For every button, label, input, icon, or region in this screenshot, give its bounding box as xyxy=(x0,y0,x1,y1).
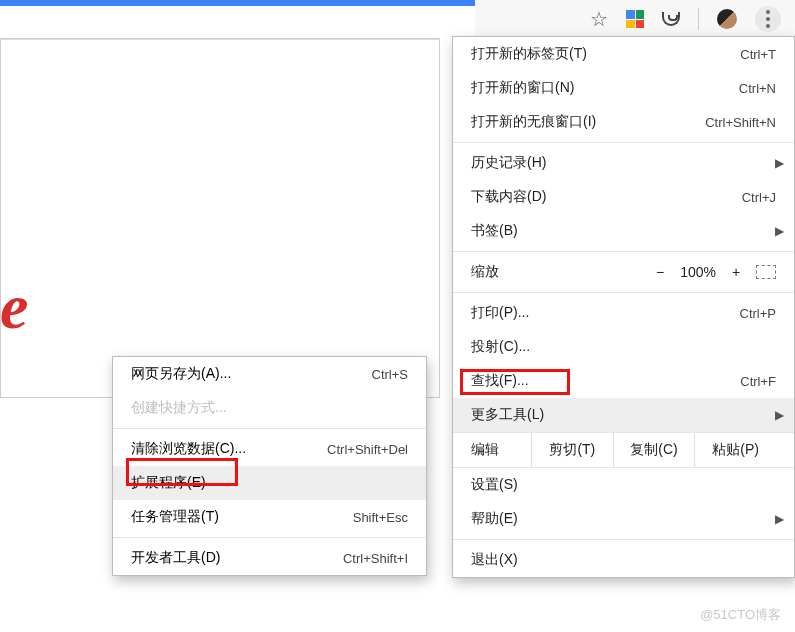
menu-more-tools[interactable]: 更多工具(L)▶ xyxy=(453,398,794,432)
edit-copy-button[interactable]: 复制(C) xyxy=(613,433,695,467)
menu-history[interactable]: 历史记录(H)▶ xyxy=(453,146,794,180)
fullscreen-icon[interactable] xyxy=(756,265,776,279)
menu-settings[interactable]: 设置(S) xyxy=(453,468,794,502)
chevron-right-icon: ▶ xyxy=(775,512,784,526)
menu-incognito[interactable]: 打开新的无痕窗口(I)Ctrl+Shift+N xyxy=(453,105,794,139)
menu-bookmarks[interactable]: 书签(B)▶ xyxy=(453,214,794,248)
extension-icon-colorgrid[interactable] xyxy=(626,10,644,28)
kebab-menu-icon[interactable] xyxy=(755,6,781,32)
submenu-clear-data[interactable]: 清除浏览数据(C)...Ctrl+Shift+Del xyxy=(113,432,426,466)
page-logo-fragment: e xyxy=(0,270,28,344)
browser-toolbar: ☆ xyxy=(475,0,795,38)
menu-zoom-row: 缩放 − 100% + xyxy=(453,255,794,289)
menu-separator xyxy=(453,539,794,540)
chevron-right-icon: ▶ xyxy=(775,156,784,170)
toolbar-divider xyxy=(698,8,699,30)
menu-separator xyxy=(113,428,426,429)
active-tab-indicator xyxy=(0,0,520,6)
edit-paste-button[interactable]: 粘贴(P) xyxy=(694,433,776,467)
more-tools-submenu: 网页另存为(A)...Ctrl+S 创建快捷方式... 清除浏览数据(C)...… xyxy=(112,356,427,576)
pocket-icon[interactable] xyxy=(662,12,680,26)
menu-new-window[interactable]: 打开新的窗口(N)Ctrl+N xyxy=(453,71,794,105)
menu-find[interactable]: 查找(F)...Ctrl+F xyxy=(453,364,794,398)
submenu-create-shortcut: 创建快捷方式... xyxy=(113,391,426,425)
menu-cast[interactable]: 投射(C)... xyxy=(453,330,794,364)
zoom-out-button[interactable]: − xyxy=(654,264,666,280)
menu-separator xyxy=(453,292,794,293)
bookmark-star-icon[interactable]: ☆ xyxy=(590,7,608,31)
profile-avatar[interactable] xyxy=(717,9,737,29)
edit-cut-button[interactable]: 剪切(T) xyxy=(531,433,613,467)
zoom-value: 100% xyxy=(680,264,716,280)
chrome-main-menu: 打开新的标签页(T)Ctrl+T 打开新的窗口(N)Ctrl+N 打开新的无痕窗… xyxy=(452,36,795,578)
menu-exit[interactable]: 退出(X) xyxy=(453,543,794,577)
page-content-area xyxy=(0,38,440,398)
menu-downloads[interactable]: 下载内容(D)Ctrl+J xyxy=(453,180,794,214)
menu-edit-row: 编辑 剪切(T) 复制(C) 粘贴(P) xyxy=(453,432,794,468)
menu-separator xyxy=(113,537,426,538)
chevron-right-icon: ▶ xyxy=(775,408,784,422)
watermark-text: @51CTO博客 xyxy=(700,606,781,624)
zoom-in-button[interactable]: + xyxy=(730,264,742,280)
menu-separator xyxy=(453,142,794,143)
menu-print[interactable]: 打印(P)...Ctrl+P xyxy=(453,296,794,330)
submenu-extensions[interactable]: 扩展程序(E) xyxy=(113,466,426,500)
chevron-right-icon: ▶ xyxy=(775,224,784,238)
submenu-save-as[interactable]: 网页另存为(A)...Ctrl+S xyxy=(113,357,426,391)
edit-label: 编辑 xyxy=(471,441,531,459)
submenu-task-manager[interactable]: 任务管理器(T)Shift+Esc xyxy=(113,500,426,534)
menu-separator xyxy=(453,251,794,252)
submenu-dev-tools[interactable]: 开发者工具(D)Ctrl+Shift+I xyxy=(113,541,426,575)
menu-new-tab[interactable]: 打开新的标签页(T)Ctrl+T xyxy=(453,37,794,71)
menu-help[interactable]: 帮助(E)▶ xyxy=(453,502,794,536)
